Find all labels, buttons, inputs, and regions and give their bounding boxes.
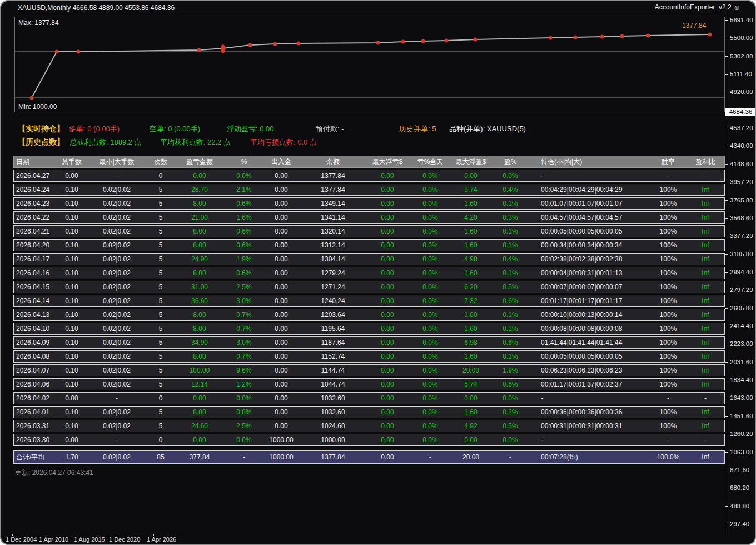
info-item: 【历史点数】 <box>18 137 64 147</box>
table-cell: 100% <box>651 407 685 418</box>
table-cell: - <box>531 393 651 404</box>
price-axis-tick <box>725 164 728 165</box>
table-row: 2026.04.200.100.02|0.0258.000.6%0.001312… <box>13 239 725 251</box>
table-cell: 0.0% <box>409 323 452 334</box>
table-cell: 36.60 <box>174 295 225 306</box>
table-cell: 1000.00 <box>263 434 300 445</box>
equity-point <box>646 34 650 38</box>
table-cell: - <box>651 393 685 404</box>
table-cell: 0.00 <box>263 295 300 306</box>
price-axis-tick <box>725 254 728 255</box>
table-row: 2026.04.140.100.02|0.02536.603.0%0.00124… <box>13 295 725 307</box>
table-cell: 0.00 <box>263 212 300 223</box>
price-axis-label: 3185.80 <box>730 251 753 257</box>
table-cell: 0.4% <box>490 184 531 195</box>
price-axis-label: 5500.00 <box>730 34 753 41</box>
info-item: 多单: 0 (0.00手) <box>69 124 120 134</box>
table-cell: 0.00 <box>263 393 300 404</box>
table-cell: 0.00 <box>452 393 490 404</box>
table-cell: 0.1% <box>490 240 531 251</box>
equity-point <box>55 50 59 54</box>
info-item: 空单: 0 (0.00手) <box>150 124 200 134</box>
table-cell: 5 <box>147 365 174 376</box>
table-cell: 0.0% <box>409 254 452 265</box>
table-cell: 0.00 <box>366 254 409 265</box>
table-cell: 0.02|0.02 <box>86 337 147 348</box>
table-cell: 0.00 <box>452 434 490 445</box>
info-item: 总获利点数: 1889.2 点 <box>70 137 142 147</box>
table-cell: 1.60 <box>452 226 490 237</box>
table-cell: 6.20 <box>452 281 490 293</box>
table-cell: 1000.00 <box>263 451 300 463</box>
table-cell: Inf <box>685 281 725 293</box>
table-cell: 0.0% <box>225 434 263 445</box>
price-axis-tick <box>725 74 728 75</box>
table-cell: 0.00 <box>263 379 300 390</box>
price-axis-tick <box>725 92 728 92</box>
table-cell: 盈亏金额 <box>174 156 225 167</box>
table-cell: 5 <box>147 351 174 362</box>
equity-point <box>273 42 277 46</box>
table-cell: 0.10 <box>57 379 86 390</box>
table-cell: 1.60 <box>452 309 490 320</box>
price-axis-label: 2994.40 <box>730 269 753 275</box>
table-cell: 1.9% <box>225 254 263 265</box>
table-row: 2026.04.160.100.02|0.0258.000.6%0.001279… <box>13 267 725 279</box>
price-axis-tick <box>725 452 728 453</box>
price-axis-label: 2414.40 <box>730 323 753 329</box>
table-cell: 1.60 <box>452 240 490 251</box>
table-cell: 0.00 <box>263 281 300 293</box>
table-cell: 00:00:34|00:00:34|00:00:34 <box>531 240 651 251</box>
table-cell: Inf <box>685 407 725 418</box>
table-cell: 0.1% <box>490 226 531 237</box>
price-axis-tick <box>725 470 728 470</box>
table-cell: 0.02|0.02 <box>86 240 147 251</box>
table-row: 2026.04.090.100.02|0.02534.903.0%0.00118… <box>13 336 725 349</box>
table-cell: 21.00 <box>174 212 225 223</box>
table-cell: 0.00 <box>263 170 300 181</box>
table-cell: 0.02|0.02 <box>86 365 147 376</box>
table-cell: 2026.04.23 <box>14 198 57 209</box>
price-axis-label: 488.80 <box>730 503 749 509</box>
table-cell: 0.0% <box>409 281 452 293</box>
price-axis-label: 3377.20 <box>730 232 753 239</box>
mt4-chart-window: XAUUSD,Monthly 4666.58 4889.00 4553.86 4… <box>0 0 756 545</box>
chart-title: XAUUSD,Monthly 4666.58 4889.00 4553.86 4… <box>18 4 175 12</box>
equity-curve <box>15 17 724 112</box>
table-cell: 0.1% <box>490 198 531 209</box>
price-axis-tick <box>725 398 728 398</box>
equity-curve-panel[interactable]: Max: 1377.84 Min: 1000.00 1377.84 <box>14 17 725 112</box>
table-cell: 1144.74 <box>300 365 366 376</box>
table-cell: 01:41:44|01:41:44|01:41:44 <box>531 337 651 348</box>
table-cell: 9.6% <box>225 365 263 376</box>
price-axis-tick <box>725 56 728 57</box>
table-cell: 0.00 <box>366 240 409 251</box>
smiley-icon[interactable]: ☺ <box>733 4 740 11</box>
equity-point <box>600 35 604 39</box>
table-cell: 0.6% <box>225 226 263 237</box>
table-cell: 1.60 <box>452 198 490 209</box>
table-cell: 8.00 <box>174 323 225 334</box>
table-cell: 2026.04.06 <box>14 379 57 390</box>
update-timestamp: 更新: 2026.04.27 06:43:41 <box>15 468 93 478</box>
table-cell: 0.02|0.02 <box>86 451 147 463</box>
table-cell: 1.2% <box>225 379 263 390</box>
price-axis-label: 5691.40 <box>730 17 753 23</box>
table-cell: 28.70 <box>174 184 225 195</box>
table-cell: 1320.14 <box>300 226 366 237</box>
table-cell: 0.0% <box>490 170 531 181</box>
table-cell: Inf <box>685 309 725 320</box>
price-axis-tick <box>725 326 728 326</box>
table-cell: 1377.84 <box>300 184 366 195</box>
table-cell: 00:00:07|00:00:07|00:00:07 <box>531 281 651 293</box>
table-cell: 1271.24 <box>300 281 366 293</box>
table-cell: 5 <box>147 281 174 293</box>
table-cell: 0.10 <box>57 198 86 209</box>
table-row: 2026.04.170.100.02|0.02524.901.9%0.00130… <box>13 253 725 265</box>
table-cell: 0.1% <box>490 323 531 334</box>
equity-max-label: Max: 1377.84 <box>18 19 59 27</box>
table-cell: 2026.03.31 <box>14 420 57 432</box>
price-axis-tick <box>725 362 728 363</box>
table-cell: 0.10 <box>57 281 86 293</box>
table-cell: 0.2% <box>490 407 531 418</box>
